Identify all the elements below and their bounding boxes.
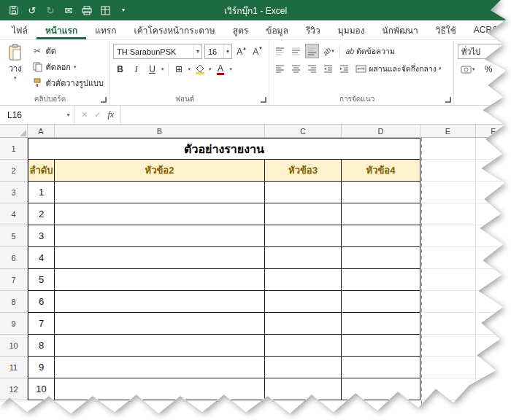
data-cell[interactable]	[342, 357, 420, 378]
number-cell[interactable]: 5	[28, 269, 55, 291]
qat-customize-button[interactable]: ▾	[117, 4, 130, 17]
insert-function-button[interactable]: fx	[107, 109, 114, 120]
data-cell[interactable]	[55, 182, 265, 203]
column-header-a[interactable]: A	[28, 125, 55, 137]
tab-home[interactable]: หน้าแรก	[36, 20, 86, 39]
row-header-10[interactable]: 10	[0, 335, 28, 357]
row-header-2[interactable]: 2	[0, 160, 28, 182]
column-header-b[interactable]: B	[55, 125, 265, 137]
wrap-text-button[interactable]: ab ตัดข้อความ	[344, 44, 397, 58]
tab-data[interactable]: ข้อมูล	[257, 20, 297, 39]
data-cell[interactable]	[265, 269, 342, 291]
data-cell[interactable]	[342, 225, 420, 247]
cell-e[interactable]	[420, 378, 476, 400]
cell-f[interactable]	[476, 335, 511, 357]
cell-f[interactable]	[476, 182, 511, 203]
copy-button[interactable]: คัดลอก ▾	[31, 59, 106, 74]
data-cell[interactable]	[265, 335, 342, 357]
cell-f[interactable]	[476, 247, 511, 269]
italic-button[interactable]: I	[129, 62, 143, 77]
data-cell[interactable]	[265, 378, 342, 400]
enter-button[interactable]: ✓	[94, 110, 101, 120]
number-cell[interactable]: 10	[28, 378, 55, 400]
underline-button[interactable]: U	[145, 62, 159, 77]
name-box-dropdown[interactable]: ▾	[63, 106, 74, 124]
data-cell[interactable]	[265, 291, 342, 313]
data-cell[interactable]	[342, 291, 420, 313]
table-header-cell[interactable]: หัวข้อ4	[342, 160, 420, 182]
mail-button[interactable]: ✉	[62, 4, 75, 17]
tab-developer[interactable]: นักพัฒนา	[374, 20, 427, 39]
paste-button[interactable]: วาง ▾	[4, 42, 27, 94]
row-header-6[interactable]: 6	[0, 247, 28, 269]
cell-f[interactable]	[476, 269, 511, 291]
borders-button[interactable]: ⊞	[172, 62, 186, 77]
tab-view[interactable]: มุมมอง	[329, 20, 374, 39]
data-cell[interactable]	[55, 357, 265, 378]
cell-e[interactable]	[420, 357, 476, 378]
align-left-button[interactable]	[273, 61, 287, 76]
align-middle-button[interactable]	[289, 44, 303, 58]
dialog-launcher-icon[interactable]	[445, 97, 451, 103]
data-cell[interactable]	[55, 378, 265, 400]
table-header-cell[interactable]: หัวข้อ2	[55, 160, 265, 182]
row-header-7[interactable]: 7	[0, 269, 28, 291]
row-header-4[interactable]: 4	[0, 203, 28, 225]
cell-e[interactable]	[420, 247, 476, 269]
number-cell[interactable]: 4	[28, 247, 55, 269]
number-format-select[interactable]: ทั่วไป ▾	[458, 44, 507, 59]
table-header-cell[interactable]: หัวข้อ3	[265, 160, 342, 182]
number-cell[interactable]: 7	[28, 313, 55, 335]
data-cell[interactable]	[342, 182, 420, 203]
align-bottom-button[interactable]	[305, 44, 319, 58]
cell-f[interactable]	[476, 357, 511, 378]
cell-f[interactable]	[476, 203, 511, 225]
data-cell[interactable]	[265, 247, 342, 269]
align-center-button[interactable]	[289, 61, 303, 76]
percent-style-button[interactable]: %	[482, 62, 496, 77]
font-name-select[interactable]: TH SarabunPSK ▾	[113, 44, 202, 59]
cell-f[interactable]	[476, 160, 511, 182]
tab-insert[interactable]: แทรก	[86, 20, 125, 39]
tab-page-layout[interactable]: เค้าโครงหน้ากระดาษ	[126, 20, 224, 39]
cell-e[interactable]	[420, 335, 476, 357]
accounting-format-button[interactable]: ▾	[459, 62, 477, 77]
increase-font-button[interactable]: A▴	[234, 44, 248, 59]
row-header-8[interactable]: 8	[0, 291, 28, 313]
data-cell[interactable]	[55, 335, 265, 357]
row-header-3[interactable]: 3	[0, 182, 28, 203]
cell-f[interactable]	[476, 225, 511, 247]
cell-e[interactable]	[420, 182, 476, 203]
tab-acrobat[interactable]: ACROBAT	[465, 20, 511, 39]
print-button[interactable]	[80, 4, 93, 17]
tab-review[interactable]: รีวิว	[297, 20, 329, 39]
data-cell[interactable]	[55, 203, 265, 225]
cell-f[interactable]	[476, 291, 511, 313]
cut-button[interactable]: ✂ ตัด	[31, 43, 106, 58]
data-cell[interactable]	[55, 247, 265, 269]
column-header-e[interactable]: E	[420, 125, 476, 137]
redo-button[interactable]: ↻	[44, 4, 57, 17]
data-cell[interactable]	[265, 357, 342, 378]
number-cell[interactable]: 3	[28, 225, 55, 247]
column-header-f[interactable]: F	[476, 125, 511, 137]
orientation-button[interactable]: ab▾	[321, 44, 336, 58]
fill-color-button[interactable]	[193, 62, 207, 77]
data-cell[interactable]	[55, 291, 265, 313]
tab-help[interactable]: วิธีใช้	[427, 20, 465, 39]
font-color-button[interactable]: A	[214, 62, 228, 77]
row-header-11[interactable]: 11	[0, 357, 28, 378]
table-header-cell[interactable]: ลำดับ	[28, 160, 55, 182]
data-cell[interactable]	[55, 225, 265, 247]
data-cell[interactable]	[342, 378, 420, 400]
number-cell[interactable]: 8	[28, 335, 55, 357]
row-header-12[interactable]: 12	[0, 378, 28, 400]
increase-indent-button[interactable]	[337, 61, 351, 76]
data-cell[interactable]	[55, 313, 265, 335]
bold-button[interactable]: B	[113, 62, 127, 77]
tab-formulas[interactable]: สูตร	[224, 20, 258, 39]
cell-e[interactable]	[420, 160, 476, 182]
font-size-select[interactable]: 16 ▾	[204, 44, 232, 59]
data-cell[interactable]	[342, 269, 420, 291]
cell-e[interactable]	[420, 138, 476, 160]
